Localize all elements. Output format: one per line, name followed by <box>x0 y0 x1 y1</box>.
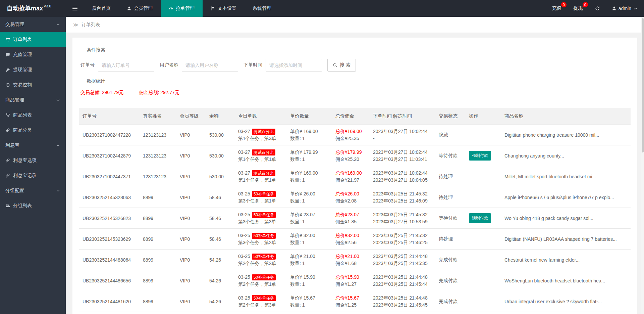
total-price: 总价¥15.67 <box>335 295 366 302</box>
refresh-button[interactable] <box>589 0 606 17</box>
status-cell: 隐藏 <box>435 125 466 145</box>
order-no-cell: UB2303252145323629 <box>79 229 140 250</box>
sidebar-item[interactable]: 商品列表 <box>0 107 66 123</box>
sidebar-group-label: 交易管理 <box>5 21 24 28</box>
sidebar-item[interactable]: 利息宝选项 <box>0 153 66 168</box>
nav-item[interactable]: 会员管理 <box>119 0 161 17</box>
nav-item[interactable]: 系统管理 <box>245 0 279 17</box>
withdraw-button[interactable]: 提现 0 <box>568 0 589 17</box>
sidebar-item-label: 商品列表 <box>13 112 32 118</box>
order-date: 03-25 <box>238 233 250 238</box>
order-table: 订单号 真实姓名 会员等级 余额 今日单数 单价数量 总价佣金 下单时间 解冻时… <box>79 108 631 314</box>
column-header-times: 下单时间 解冻时间 <box>370 108 435 125</box>
breadcrumb-label: 订单列表 <box>82 22 100 28</box>
person-icon <box>127 6 131 11</box>
task-badge: 测试百分比 <box>252 129 275 135</box>
admin-menu[interactable]: admin <box>606 0 644 17</box>
sidebar-group-header[interactable]: 商品管理 <box>0 92 66 107</box>
product-name-cell: Changhong anyang county... <box>501 145 631 166</box>
order-no-input[interactable] <box>98 59 154 72</box>
times-cell: 2023年03月25日 21:45:32 2023年03月25日 21:46:0… <box>370 187 435 208</box>
product-name-cell: Digititan (NANFU) LR03AAA shaped ring 7 … <box>501 229 631 250</box>
order-no-cell: UB2303252144127796 <box>79 312 140 314</box>
admin-label: admin <box>619 6 631 11</box>
sidebar-item-label: 分组列表 <box>13 203 32 209</box>
cart-icon <box>5 37 10 42</box>
total-price: 总价¥169.00 <box>335 128 366 135</box>
unit-price-qty-cell: 单价¥ 179.99 数量: 1 <box>287 145 332 166</box>
status-cell: 待处理 <box>435 229 466 250</box>
order-no-cell: UB2303252144486656 <box>79 270 140 291</box>
order-no-cell: UB2303252145326823 <box>79 208 140 229</box>
task-progress: 第2个任务，第3单 <box>238 302 283 309</box>
actions-cell <box>466 291 501 312</box>
page-scrollbar[interactable] <box>641 17 644 314</box>
unfreeze-time: 2023年03月25日 21:46:09 <box>373 197 432 205</box>
unit-price-qty-cell: 单价¥ 23.07 数量: 1 <box>287 208 332 229</box>
chevron-down-icon <box>56 143 60 148</box>
force-pay-button[interactable]: 强制付款 <box>469 213 491 223</box>
username-input[interactable] <box>182 59 238 72</box>
order-time-input[interactable] <box>266 59 322 72</box>
header-right: 充值 0 提现 0 admin <box>546 0 644 17</box>
total-price: 总价¥21.00 <box>335 253 366 260</box>
sidebar-menu: 交易管理订单列表充值管理提现管理交易控制商品管理商品列表商品分类利息宝利息宝选项… <box>0 17 66 213</box>
sidebar-item[interactable]: 提现管理 <box>0 62 66 77</box>
column-header-total-commission: 总价佣金 <box>332 108 370 125</box>
link-icon <box>5 158 10 163</box>
topnav: 后台首页会员管理抢单管理文本设置系统管理 <box>84 0 279 17</box>
sidebar-item-label: 订单列表 <box>13 37 32 43</box>
balance-cell: 58.46 <box>206 229 235 250</box>
nav-item[interactable]: 后台首页 <box>84 0 119 17</box>
stats-fieldset: 数据统计 交易总额: 2961.79元 佣金总额: 292.77元 <box>79 81 631 99</box>
quantity: 数量: 1 <box>290 218 329 225</box>
total-price: 总价¥32.00 <box>335 232 366 239</box>
total-commission-cell: 总价¥169.00 佣金¥21.97 <box>332 166 370 187</box>
task-badge: 测试百分比 <box>252 149 275 155</box>
times-cell: 2023年03月25日 21:44:48 2023年03月25日 21:45:4… <box>370 270 435 291</box>
real-name-cell: 8899 <box>140 229 176 250</box>
balance-cell: 54.26 <box>206 291 235 312</box>
sidebar-item[interactable]: 分组列表 <box>0 198 66 213</box>
scrollbar-thumb[interactable] <box>642 18 644 152</box>
column-header-unit-price-qty: 单价数量 <box>287 108 332 125</box>
force-pay-button[interactable]: 强制付款 <box>469 151 491 161</box>
unfreeze-time: 2023年03月25日 21:45:44 <box>373 281 432 288</box>
sidebar-group-header[interactable]: 交易管理 <box>0 17 66 32</box>
task-progress: 第1个任务，第1单 <box>238 156 283 163</box>
sidebar-group-label: 商品管理 <box>5 97 24 103</box>
recharge-button[interactable]: 充值 0 <box>546 0 568 17</box>
sidebar-item[interactable]: 交易控制 <box>0 77 66 92</box>
unfreeze-time: 2023年03月27日 10:53:59 <box>373 218 432 225</box>
menu-toggle-button[interactable] <box>66 0 84 17</box>
sidebar-item[interactable]: 利息宝记录 <box>0 168 66 183</box>
app-logo: 自动抢单max V3.0 <box>0 0 66 17</box>
nav-item-label: 系统管理 <box>253 5 271 11</box>
sidebar-item[interactable]: 商品分类 <box>0 123 66 138</box>
nav-item[interactable]: 文本设置 <box>203 0 245 17</box>
commission: 佣金¥2.56 <box>335 239 366 246</box>
search-row: 订单号 用户名称 下单时间 <box>79 50 631 74</box>
product-name-cell: WoShengLun bluetooth headset bluetooth h… <box>501 270 631 291</box>
real-name-cell: 123123123 <box>140 166 176 187</box>
unit-price: 单价¥ 26.00 <box>290 190 329 197</box>
sidebar-item[interactable]: 订单列表 <box>0 32 66 47</box>
balance-cell: 530.00 <box>206 166 235 187</box>
sidebar-item[interactable]: 充值管理 <box>0 47 66 62</box>
nav-item[interactable]: 抢单管理 <box>161 0 203 17</box>
sidebar-group-header[interactable]: 分组配置 <box>0 183 66 198</box>
task-badge: 50补单任务 <box>252 295 276 301</box>
sidebar-group-header[interactable]: 利息宝 <box>0 138 66 153</box>
real-name-cell: 8899 <box>140 291 176 312</box>
column-header-real-name: 真实姓名 <box>140 108 176 125</box>
vip-level-cell: VIP0 <box>176 166 206 187</box>
vip-level-cell: VIP0 <box>176 187 206 208</box>
unit-price: 单价¥ 15.67 <box>290 295 329 302</box>
search-button[interactable]: 搜 索 <box>327 59 356 72</box>
table-row: UB2303252144488064 8899 VIP0 54.26 03-25… <box>79 250 631 270</box>
product-name-cell: Apple iPhone6/6 s / 6 plus/splus iPhone7… <box>501 187 631 208</box>
unit-price: 单价¥ 21.00 <box>290 253 329 260</box>
person-icon <box>612 6 616 11</box>
status-cell: 完成付款 <box>435 291 466 312</box>
table-row: UB2303252144127796 8899 VIP0 50.26 03-25… <box>79 312 631 314</box>
